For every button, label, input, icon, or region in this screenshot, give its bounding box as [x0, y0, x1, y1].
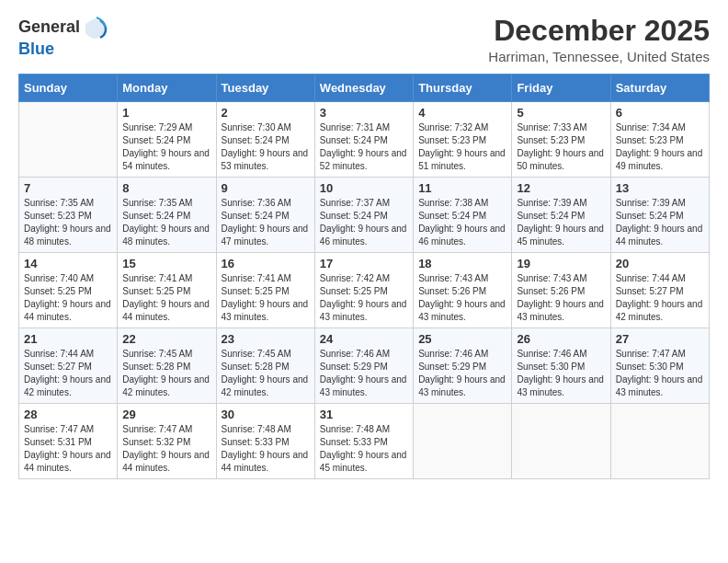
day-info: Sunrise: 7:47 AMSunset: 5:32 PMDaylight:…: [122, 423, 210, 475]
day-cell: [414, 404, 512, 479]
day-cell: 18Sunrise: 7:43 AMSunset: 5:26 PMDayligh…: [414, 253, 512, 328]
day-number: 16: [222, 257, 310, 270]
header: General Blue December 2025 Harriman, Ten…: [18, 15, 710, 64]
day-cell: 1Sunrise: 7:29 AMSunset: 5:24 PMDaylight…: [118, 102, 216, 178]
day-cell: [512, 404, 610, 479]
day-cell: 20Sunrise: 7:44 AMSunset: 5:27 PMDayligh…: [610, 253, 709, 328]
day-info: Sunrise: 7:43 AMSunset: 5:26 PMDaylight:…: [517, 272, 605, 324]
day-cell: 14Sunrise: 7:40 AMSunset: 5:25 PMDayligh…: [19, 253, 118, 328]
day-info: Sunrise: 7:47 AMSunset: 5:31 PMDaylight:…: [24, 423, 112, 475]
header-saturday: Saturday: [610, 75, 709, 102]
day-info: Sunrise: 7:36 AMSunset: 5:24 PMDaylight:…: [222, 197, 310, 248]
day-cell: 22Sunrise: 7:45 AMSunset: 5:28 PMDayligh…: [118, 328, 216, 404]
day-info: Sunrise: 7:39 AMSunset: 5:24 PMDaylight:…: [517, 197, 605, 248]
week-row-5: 28Sunrise: 7:47 AMSunset: 5:31 PMDayligh…: [19, 404, 710, 479]
day-number: 30: [222, 408, 310, 421]
day-info: Sunrise: 7:46 AMSunset: 5:29 PMDaylight:…: [320, 348, 408, 399]
day-cell: 9Sunrise: 7:36 AMSunset: 5:24 PMDaylight…: [216, 178, 314, 253]
day-cell: [610, 404, 709, 479]
week-row-2: 7Sunrise: 7:35 AMSunset: 5:23 PMDaylight…: [19, 178, 710, 253]
day-info: Sunrise: 7:41 AMSunset: 5:25 PMDaylight:…: [222, 272, 310, 324]
day-number: 23: [222, 332, 310, 346]
day-cell: 24Sunrise: 7:46 AMSunset: 5:29 PMDayligh…: [314, 328, 413, 404]
day-cell: 4Sunrise: 7:32 AMSunset: 5:23 PMDaylight…: [414, 102, 512, 178]
day-number: 4: [418, 106, 506, 120]
day-info: Sunrise: 7:39 AMSunset: 5:24 PMDaylight:…: [616, 197, 704, 248]
day-cell: 21Sunrise: 7:44 AMSunset: 5:27 PMDayligh…: [19, 328, 118, 404]
day-number: 28: [24, 408, 112, 421]
day-info: Sunrise: 7:48 AMSunset: 5:33 PMDaylight:…: [222, 423, 310, 475]
day-info: Sunrise: 7:30 AMSunset: 5:24 PMDaylight:…: [222, 121, 310, 173]
month-title: December 2025: [488, 15, 710, 47]
day-number: 7: [24, 181, 112, 195]
header-thursday: Thursday: [414, 75, 512, 102]
calendar-table: SundayMondayTuesdayWednesdayThursdayFrid…: [18, 74, 710, 479]
day-number: 20: [616, 257, 704, 270]
day-number: 27: [616, 332, 704, 346]
day-cell: 3Sunrise: 7:31 AMSunset: 5:24 PMDaylight…: [314, 102, 413, 178]
day-cell: 23Sunrise: 7:45 AMSunset: 5:28 PMDayligh…: [216, 328, 314, 404]
day-info: Sunrise: 7:45 AMSunset: 5:28 PMDaylight:…: [122, 348, 210, 399]
day-number: 11: [418, 181, 506, 195]
day-cell: 28Sunrise: 7:47 AMSunset: 5:31 PMDayligh…: [19, 404, 118, 479]
day-info: Sunrise: 7:46 AMSunset: 5:29 PMDaylight:…: [418, 348, 506, 399]
day-cell: [19, 102, 118, 178]
day-cell: 6Sunrise: 7:34 AMSunset: 5:23 PMDaylight…: [610, 102, 709, 178]
logo-icon: [82, 15, 108, 40]
day-cell: 13Sunrise: 7:39 AMSunset: 5:24 PMDayligh…: [610, 178, 709, 253]
week-row-1: 1Sunrise: 7:29 AMSunset: 5:24 PMDaylight…: [19, 102, 710, 178]
day-number: 21: [24, 332, 112, 346]
day-number: 29: [122, 408, 210, 421]
day-info: Sunrise: 7:44 AMSunset: 5:27 PMDaylight:…: [24, 348, 112, 399]
day-cell: 25Sunrise: 7:46 AMSunset: 5:29 PMDayligh…: [414, 328, 512, 404]
day-info: Sunrise: 7:29 AMSunset: 5:24 PMDaylight:…: [122, 121, 210, 173]
header-friday: Friday: [512, 75, 610, 102]
header-tuesday: Tuesday: [216, 75, 314, 102]
day-info: Sunrise: 7:34 AMSunset: 5:23 PMDaylight:…: [616, 121, 704, 173]
day-number: 8: [122, 181, 210, 195]
day-cell: 8Sunrise: 7:35 AMSunset: 5:24 PMDaylight…: [118, 178, 216, 253]
header-monday: Monday: [118, 75, 216, 102]
day-number: 15: [122, 257, 210, 270]
day-number: 26: [517, 332, 605, 346]
day-info: Sunrise: 7:37 AMSunset: 5:24 PMDaylight:…: [320, 197, 408, 248]
day-info: Sunrise: 7:38 AMSunset: 5:24 PMDaylight:…: [418, 197, 506, 248]
day-cell: 12Sunrise: 7:39 AMSunset: 5:24 PMDayligh…: [512, 178, 610, 253]
day-number: 10: [320, 181, 408, 195]
day-cell: 30Sunrise: 7:48 AMSunset: 5:33 PMDayligh…: [216, 404, 314, 479]
day-number: 19: [517, 257, 605, 270]
day-info: Sunrise: 7:47 AMSunset: 5:30 PMDaylight:…: [616, 348, 704, 399]
day-cell: 29Sunrise: 7:47 AMSunset: 5:32 PMDayligh…: [118, 404, 216, 479]
day-cell: 31Sunrise: 7:48 AMSunset: 5:33 PMDayligh…: [314, 404, 413, 479]
week-row-3: 14Sunrise: 7:40 AMSunset: 5:25 PMDayligh…: [19, 253, 710, 328]
day-cell: 27Sunrise: 7:47 AMSunset: 5:30 PMDayligh…: [610, 328, 709, 404]
day-number: 12: [517, 181, 605, 195]
day-cell: 5Sunrise: 7:33 AMSunset: 5:23 PMDaylight…: [512, 102, 610, 178]
day-number: 14: [24, 257, 112, 270]
day-number: 3: [320, 106, 408, 120]
day-number: 17: [320, 257, 408, 270]
title-area: December 2025 Harriman, Tennessee, Unite…: [488, 15, 710, 64]
day-info: Sunrise: 7:35 AMSunset: 5:24 PMDaylight:…: [122, 197, 210, 248]
logo: General Blue: [18, 15, 108, 59]
day-info: Sunrise: 7:43 AMSunset: 5:26 PMDaylight:…: [418, 272, 506, 324]
day-cell: 26Sunrise: 7:46 AMSunset: 5:30 PMDayligh…: [512, 328, 610, 404]
day-number: 13: [616, 181, 704, 195]
header-row: SundayMondayTuesdayWednesdayThursdayFrid…: [19, 75, 710, 102]
day-number: 18: [418, 257, 506, 270]
day-info: Sunrise: 7:40 AMSunset: 5:25 PMDaylight:…: [24, 272, 112, 324]
day-info: Sunrise: 7:32 AMSunset: 5:23 PMDaylight:…: [418, 121, 506, 173]
day-cell: 19Sunrise: 7:43 AMSunset: 5:26 PMDayligh…: [512, 253, 610, 328]
day-number: 22: [122, 332, 210, 346]
day-cell: 7Sunrise: 7:35 AMSunset: 5:23 PMDaylight…: [19, 178, 118, 253]
day-cell: 2Sunrise: 7:30 AMSunset: 5:24 PMDaylight…: [216, 102, 314, 178]
day-info: Sunrise: 7:35 AMSunset: 5:23 PMDaylight:…: [24, 197, 112, 248]
header-sunday: Sunday: [19, 75, 118, 102]
day-number: 9: [222, 181, 310, 195]
day-cell: 16Sunrise: 7:41 AMSunset: 5:25 PMDayligh…: [216, 253, 314, 328]
day-info: Sunrise: 7:48 AMSunset: 5:33 PMDaylight:…: [320, 423, 408, 475]
day-number: 6: [616, 106, 704, 120]
day-cell: 10Sunrise: 7:37 AMSunset: 5:24 PMDayligh…: [314, 178, 413, 253]
header-wednesday: Wednesday: [314, 75, 413, 102]
day-info: Sunrise: 7:45 AMSunset: 5:28 PMDaylight:…: [222, 348, 310, 399]
